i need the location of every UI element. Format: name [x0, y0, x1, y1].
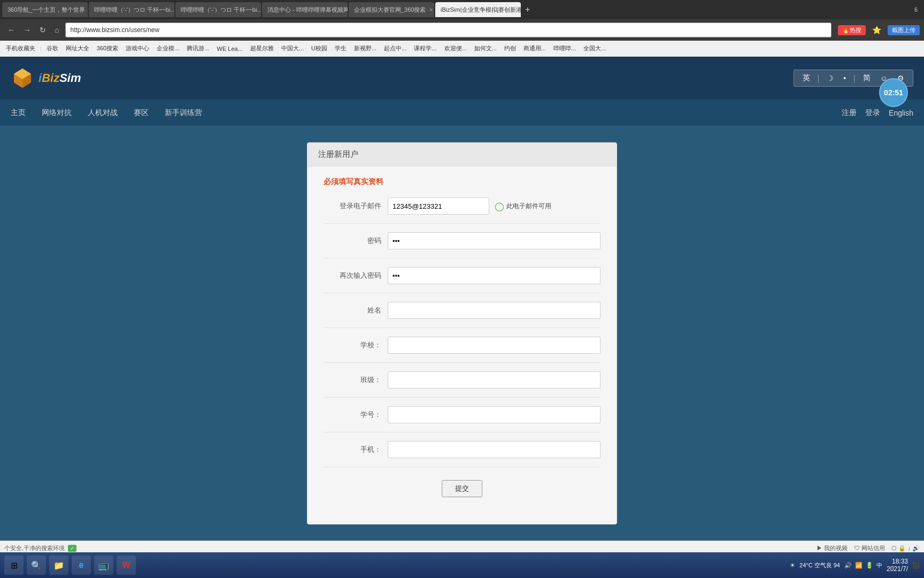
nav-english[interactable]: English: [889, 109, 913, 117]
toolbar-360search[interactable]: 360搜索: [94, 43, 121, 54]
tab-message[interactable]: 消息中心 - 哔哩哔哩弹幕视频网... ✕: [262, 2, 348, 17]
email-status: ◯ 此电子邮件可用: [495, 201, 551, 211]
toolbar-qidian[interactable]: 起点中...: [381, 43, 409, 54]
site-credit[interactable]: 🛡 网站信用: [854, 544, 885, 552]
tab-close-icon[interactable]: ✕: [429, 7, 433, 13]
tab-label: 哔哩哔哩（'-'）つロ 千杯~~bi...: [94, 6, 174, 14]
toolbar-chaoxing[interactable]: 超星尔雅: [248, 43, 276, 54]
tab-360[interactable]: 360导航_一个主页，整个世界 ✕: [2, 2, 88, 17]
toolbar-ucampus[interactable]: U校园: [309, 43, 330, 54]
toolbar-tencent[interactable]: 腾讯游...: [184, 43, 212, 54]
language-zh-btn[interactable]: 简: [861, 72, 873, 84]
name-field[interactable]: [388, 302, 600, 319]
toolbar-howto[interactable]: 如何文...: [472, 43, 499, 54]
taskbar-notification[interactable]: ⬛: [912, 562, 920, 569]
taskbar-right: ☀ 24°C 空气良 94 🔊 📶 🔋 中 18:33 2021/7/ ⬛: [790, 558, 920, 573]
school-label: 学校：: [324, 340, 388, 350]
tab-bilibili-1[interactable]: 哔哩哔哩（'-'）つロ 千杯~~bi... ✕: [89, 2, 174, 17]
search-button[interactable]: 🔥热搜: [838, 25, 866, 35]
class-field[interactable]: [388, 371, 600, 389]
school-row: 学校：: [324, 337, 600, 363]
tab-label: iBizSim|企业竞争模拟|赛创新港...: [441, 6, 521, 14]
taskbar-network[interactable]: 📶: [855, 562, 863, 569]
tab-label: 消息中心 - 哔哩哔哩弹幕视频网...: [267, 6, 348, 14]
submit-button[interactable]: 提交: [442, 480, 482, 497]
security-status: 个安全,干净的搜索环境: [4, 544, 65, 552]
toolbar-we-lea[interactable]: WE Lea...: [214, 44, 245, 53]
nav-arena[interactable]: 赛区: [134, 106, 149, 120]
taskbar-volume[interactable]: 🔊: [844, 562, 852, 569]
tab-bizsim[interactable]: iBizSim|企业竞争模拟|赛创新港... ✕: [435, 2, 521, 17]
toolbar-national[interactable]: 全国大...: [581, 43, 609, 54]
student-id-row: 学号：: [324, 406, 600, 432]
phone-field[interactable]: [388, 441, 600, 458]
my-video[interactable]: ▶ 我的视频: [817, 544, 848, 552]
toolbar-commerce[interactable]: 商通用...: [521, 43, 549, 54]
form-actions: 提交: [324, 480, 600, 497]
password-row: 密码: [324, 232, 600, 258]
nav-network[interactable]: 网络对抗: [42, 106, 72, 120]
toolbar-games[interactable]: 游戏中心: [123, 43, 152, 54]
student-id-field[interactable]: [388, 406, 600, 423]
toolbar-url-nav[interactable]: 网址大全: [63, 43, 92, 54]
tab-label: 哔哩哔哩（'-'）つロ 千杯~~bi...: [181, 6, 261, 14]
email-field[interactable]: [388, 197, 489, 215]
status-bar-left: 个安全,干净的搜索环境 ✓: [4, 544, 76, 552]
name-row: 姓名: [324, 302, 600, 328]
toolbar-yiyue[interactable]: 约创: [502, 43, 519, 54]
name-label: 姓名: [324, 306, 388, 315]
taskbar-start[interactable]: ⊞: [4, 556, 24, 575]
toolbar-course[interactable]: 课程学...: [411, 43, 439, 54]
timer-value: 02:51: [884, 88, 903, 97]
taskbar-search[interactable]: 🔍: [27, 556, 46, 575]
nav-training[interactable]: 新手训练营: [165, 106, 202, 120]
toolbar-welcome[interactable]: 欢迎便...: [442, 43, 469, 54]
email-row: 登录电子邮件 ◯ 此电子邮件可用: [324, 197, 600, 224]
school-field[interactable]: [388, 337, 600, 354]
taskbar-bilibili[interactable]: 📺: [94, 556, 113, 575]
tab-bar: 360导航_一个主页，整个世界 ✕ 哔哩哔哩（'-'）つロ 千杯~~bi... …: [0, 0, 924, 19]
taskbar-wps[interactable]: W: [117, 556, 136, 575]
nav-login[interactable]: 登录: [865, 108, 880, 118]
dark-mode-btn[interactable]: ☽: [825, 73, 836, 83]
form-title: 注册新用户: [307, 143, 617, 166]
password-field[interactable]: [388, 232, 600, 249]
nav-pvp[interactable]: 人机对战: [88, 106, 118, 120]
class-label: 班级：: [324, 375, 388, 385]
screenshot-upload-button[interactable]: 截图上传: [888, 25, 920, 35]
nav-home[interactable]: 主页: [11, 106, 26, 120]
taskbar-file-explorer[interactable]: 📁: [49, 556, 68, 575]
tab-count: 6: [914, 6, 922, 13]
toolbar-china-mooc[interactable]: 中国大...: [279, 43, 306, 54]
taskbar-edge[interactable]: e: [72, 556, 91, 575]
taskbar-lang[interactable]: 中: [876, 561, 882, 569]
language-en-btn[interactable]: 英: [800, 72, 812, 84]
toolbar-student[interactable]: 学生: [332, 43, 349, 54]
main-content: 02:51 注册新用户 必须填写真实资料 登录电子邮件 ◯ 此电子邮件可用 密: [0, 126, 924, 541]
confirm-password-row: 再次输入密码: [324, 267, 600, 293]
confirm-password-field[interactable]: [388, 267, 600, 284]
toolbar-enterprise[interactable]: 企业模...: [154, 43, 182, 54]
toolbar-google[interactable]: 谷歌: [44, 43, 61, 54]
home-button[interactable]: ⌂: [51, 25, 62, 35]
taskbar-date-value: 2021/7/: [887, 565, 908, 573]
student-id-label: 学号：: [324, 410, 388, 420]
taskbar-weather: ☀: [790, 562, 795, 569]
forward-button[interactable]: →: [20, 25, 34, 35]
nav-register[interactable]: 注册: [842, 108, 857, 118]
tab-bilibili-2[interactable]: 哔哩哔哩（'-'）つロ 千杯~~bi... ✕: [175, 2, 261, 17]
back-button[interactable]: ←: [4, 25, 18, 35]
new-tab-button[interactable]: +: [522, 5, 533, 14]
bookmark-button[interactable]: ⭐: [869, 25, 884, 35]
dot-btn[interactable]: •: [841, 73, 848, 83]
toolbar-bilibili[interactable]: 哔哩哔...: [551, 43, 579, 54]
refresh-button[interactable]: ↻: [36, 25, 49, 35]
taskbar-time[interactable]: 18:33 2021/7/: [887, 558, 908, 573]
tab-360search[interactable]: 企业模拟大赛官网_360搜索 ✕: [349, 2, 434, 17]
toolbar-favorites[interactable]: 手机收藏夹: [3, 43, 38, 54]
address-input[interactable]: [65, 22, 831, 37]
taskbar-battery[interactable]: 🔋: [866, 562, 873, 569]
toolbar-newview[interactable]: 新视野...: [351, 43, 379, 54]
nav-right: 注册 登录 English: [842, 108, 913, 118]
form-body: 必须填写真实资料 登录电子邮件 ◯ 此电子邮件可用 密码: [307, 166, 617, 508]
